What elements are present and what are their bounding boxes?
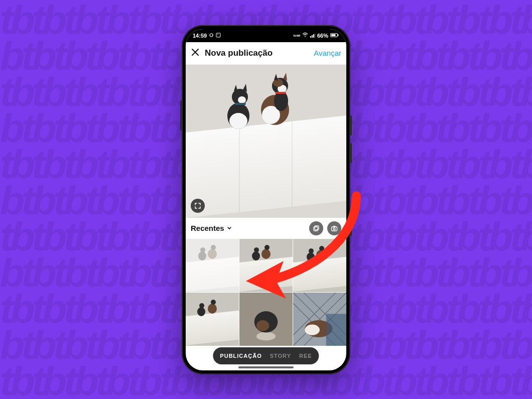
page-title: Nova publicação xyxy=(205,48,273,58)
preview-subject-cat-1 xyxy=(221,80,256,130)
svg-point-38 xyxy=(197,307,205,316)
gallery-thumb-5[interactable] xyxy=(293,293,346,346)
svg-rect-22 xyxy=(315,226,319,230)
svg-point-35 xyxy=(309,248,314,253)
svg-point-34 xyxy=(307,252,315,261)
svg-rect-55 xyxy=(326,314,346,346)
svg-point-13 xyxy=(229,113,247,129)
tab-publicacao[interactable]: PUBLICAÇÃO xyxy=(220,353,261,359)
svg-point-43 xyxy=(256,332,276,340)
svg-rect-5 xyxy=(310,36,311,38)
svg-point-45 xyxy=(256,320,269,331)
tab-story[interactable]: STORY xyxy=(270,353,291,359)
stage: tbtbtbtbtbtbtbtbtbtbtbtbtbtbtbtbtbtbtbtb… xyxy=(0,0,532,399)
phone-frame: 14:59 VoWiFi xyxy=(182,25,350,374)
svg-point-41 xyxy=(211,300,216,305)
svg-point-40 xyxy=(208,304,217,314)
svg-text:VoWiFi: VoWiFi xyxy=(293,34,300,37)
svg-rect-8 xyxy=(315,33,315,38)
phone-screen: 14:59 VoWiFi xyxy=(186,29,346,370)
svg-point-18 xyxy=(274,91,288,111)
svg-rect-24 xyxy=(332,227,337,231)
gallery-thumb-2[interactable] xyxy=(293,239,346,292)
chevron-down-icon xyxy=(226,224,232,232)
svg-point-31 xyxy=(254,247,259,252)
wifi-icon xyxy=(302,33,308,39)
svg-point-15 xyxy=(238,96,246,103)
gallery-thumb-1[interactable] xyxy=(239,239,293,292)
svg-rect-23 xyxy=(314,227,318,231)
svg-point-39 xyxy=(199,303,204,308)
gallery-thumb-4[interactable] xyxy=(239,293,293,346)
svg-point-2 xyxy=(217,34,218,35)
svg-point-4 xyxy=(305,36,306,37)
svg-rect-7 xyxy=(313,34,314,38)
svg-rect-11 xyxy=(331,34,336,36)
svg-point-21 xyxy=(273,79,283,87)
android-nav-handle[interactable] xyxy=(238,366,294,368)
status-battery-text: 66% xyxy=(317,33,328,39)
svg-rect-6 xyxy=(312,35,313,38)
tab-reels[interactable]: REE xyxy=(299,353,312,359)
svg-point-30 xyxy=(252,251,260,260)
post-type-tabs: PUBLICAÇÃO STORY REE xyxy=(213,347,319,364)
gallery-thumb-0[interactable] xyxy=(186,239,239,292)
preview-subject-cat-2 xyxy=(256,71,291,121)
gallery-source-bar: Recentes xyxy=(186,218,346,239)
svg-point-33 xyxy=(264,245,270,250)
select-multiple-button[interactable] xyxy=(309,221,323,235)
vowifi-icon: VoWiFi xyxy=(293,33,300,39)
gallery-grid xyxy=(186,239,346,346)
gallery-source-dropdown[interactable]: Recentes xyxy=(191,224,232,232)
screenshot-icon xyxy=(209,33,214,39)
svg-point-36 xyxy=(316,250,325,260)
gallery-thumb-3[interactable] xyxy=(186,293,239,346)
next-button[interactable]: Avançar xyxy=(314,49,341,57)
svg-point-28 xyxy=(208,249,217,259)
open-camera-button[interactable] xyxy=(327,221,341,235)
svg-point-32 xyxy=(261,249,271,259)
preview-image[interactable] xyxy=(186,65,346,218)
signal-icon xyxy=(310,33,315,39)
close-button[interactable] xyxy=(191,48,200,58)
svg-point-37 xyxy=(319,246,324,251)
app-header: Nova publicação Avançar xyxy=(186,42,346,65)
gallery-source-label: Recentes xyxy=(191,224,224,232)
svg-point-27 xyxy=(200,247,205,252)
picture-icon xyxy=(216,33,221,39)
expand-crop-button[interactable] xyxy=(191,199,205,213)
svg-rect-10 xyxy=(338,34,339,36)
svg-rect-1 xyxy=(216,33,220,37)
svg-point-29 xyxy=(211,245,216,250)
svg-point-0 xyxy=(210,34,213,37)
status-time: 14:59 xyxy=(193,33,207,39)
svg-point-54 xyxy=(305,324,320,335)
camera-notch xyxy=(261,27,271,36)
battery-icon xyxy=(330,33,339,39)
svg-point-25 xyxy=(333,228,335,230)
svg-point-26 xyxy=(198,251,206,260)
